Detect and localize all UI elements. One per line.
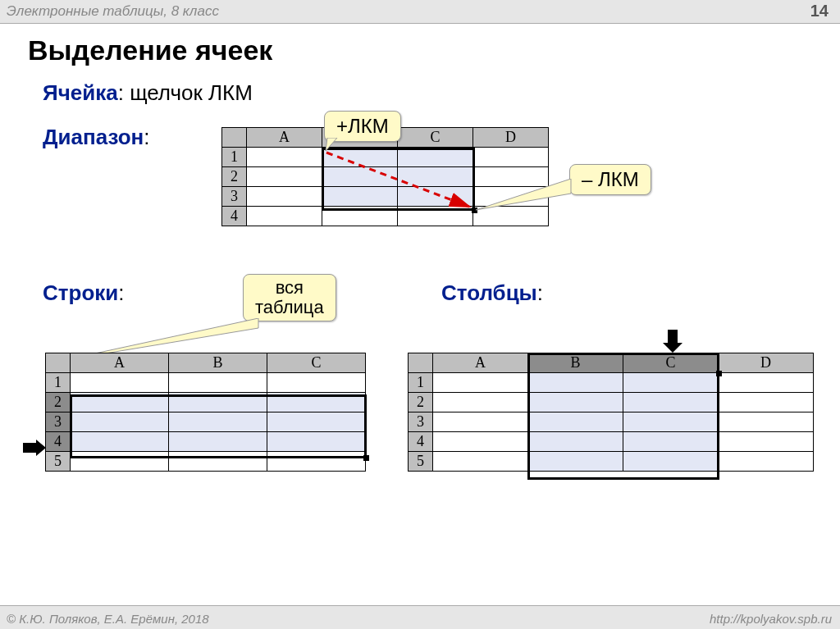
spreadsheet-range: ABCD 1 2 3 4	[221, 127, 549, 226]
text-cell: Ячейка: щелчок ЛКМ	[43, 80, 253, 106]
text-range: Диапазон:	[43, 125, 150, 150]
term-cols: Столбцы	[441, 280, 537, 305]
selection-handle	[716, 371, 722, 376]
arrow-right-icon	[23, 440, 48, 459]
footer-bar: © К.Ю. Поляков, Е.А. Ерёмин, 2018 http:/…	[0, 605, 840, 629]
header-bar: Электронные таблицы, 8 класс 14	[0, 0, 840, 24]
selection-handle	[363, 455, 369, 461]
text-cols: Столбцы:	[441, 280, 543, 306]
selection-handle	[472, 207, 477, 213]
spreadsheet-columns: ABCD 1 2 3 4 5	[408, 353, 814, 472]
header-topic: Электронные таблицы, 8 класс	[7, 3, 219, 20]
callout-plus-lkm: +ЛКМ	[324, 111, 401, 142]
term-cell: Ячейка	[43, 80, 118, 105]
text-rows: Строки:	[43, 280, 125, 306]
svg-marker-5	[663, 330, 682, 353]
callout-whole-table: вся таблица	[243, 274, 336, 321]
term-range: Диапазон	[43, 125, 144, 149]
spreadsheet-rows: ABC 1 2 3 4 5	[45, 353, 366, 472]
term-rows: Строки	[43, 280, 118, 305]
footer-url: http://kpolyakov.spb.ru	[710, 612, 832, 626]
footer-credits: © К.Ю. Поляков, Е.А. Ерёмин, 2018	[7, 612, 209, 626]
svg-marker-4	[23, 440, 46, 456]
arrow-down-icon	[663, 330, 682, 354]
slide-title: Выделение ячеек	[28, 34, 272, 66]
callout-minus-lkm: – ЛКМ	[569, 164, 651, 195]
page-number: 14	[810, 2, 829, 21]
